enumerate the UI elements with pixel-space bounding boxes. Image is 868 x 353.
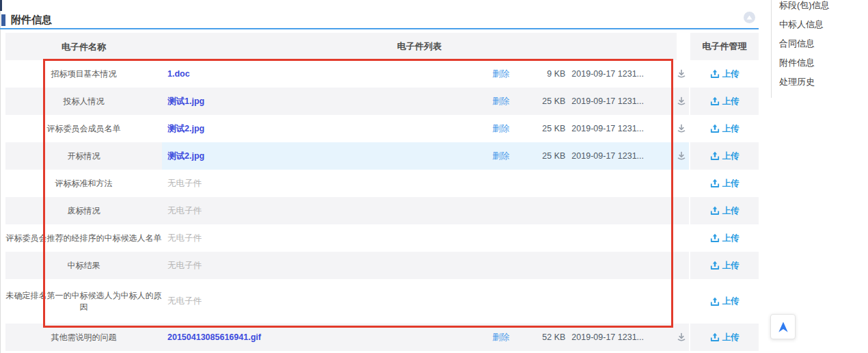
manage-cell: 上传 xyxy=(689,88,759,115)
upload-button[interactable]: 上传 xyxy=(710,123,740,135)
manage-cell: 上传 xyxy=(689,115,759,142)
page-left-border xyxy=(0,0,1,353)
upload-label: 上传 xyxy=(722,96,740,107)
no-file-text: 无电子件 xyxy=(167,178,202,189)
download-cell xyxy=(677,142,689,170)
file-size: 52 KB xyxy=(532,332,565,342)
column-header-manage: 电子件管理 xyxy=(689,33,759,60)
download-cell xyxy=(677,324,689,351)
file-link[interactable]: 1.doc xyxy=(167,69,190,79)
attachment-name: 中标结果 xyxy=(5,252,162,279)
sidebar-item-contract-info[interactable]: 合同信息 xyxy=(779,39,830,49)
sidebar-divider xyxy=(771,0,772,98)
no-file-text: 无电子件 xyxy=(167,205,202,217)
upload-label: 上传 xyxy=(722,296,740,307)
manage-cell: 上传 xyxy=(689,170,759,197)
download-button[interactable] xyxy=(677,124,686,133)
delete-link[interactable]: 删除 xyxy=(492,96,509,107)
upload-icon xyxy=(710,297,720,306)
sidebar-nav: 标段(包)信息 中标人信息 合同信息 附件信息 处理历史 xyxy=(779,1,830,96)
table-row: 评标委员会推荐的经排序的中标候选人名单 无电子件 上传 xyxy=(5,224,759,252)
sidebar-item-winner-info[interactable]: 中标人信息 xyxy=(779,20,830,29)
download-button[interactable] xyxy=(677,332,686,342)
file-list-cell: 测试1.jpg 删除 25 KB 2019-09-17 1231... xyxy=(162,88,677,115)
file-date: 2019-09-17 1231... xyxy=(571,332,644,342)
upload-icon xyxy=(710,261,720,270)
delete-link[interactable]: 删除 xyxy=(492,151,509,162)
file-size: 9 KB xyxy=(532,69,565,79)
attachment-name: 废标情况 xyxy=(5,197,162,224)
sidebar-item-attachment-info[interactable]: 附件信息 xyxy=(779,58,830,68)
collapse-button[interactable] xyxy=(744,12,755,23)
table-row: 投标人情况 测试1.jpg 删除 25 KB 2019-09-17 1231..… xyxy=(5,88,759,115)
manage-cell: 上传 xyxy=(689,142,759,170)
section-header: 附件信息 xyxy=(0,12,759,29)
file-meta: 删除 25 KB 2019-09-17 1231... xyxy=(492,96,644,107)
download-icon xyxy=(677,151,686,161)
upload-icon xyxy=(710,96,720,106)
file-link[interactable]: 测试2.jpg xyxy=(167,123,204,135)
file-link[interactable]: 测试1.jpg xyxy=(167,96,204,107)
upload-button[interactable]: 上传 xyxy=(710,233,740,244)
upload-label: 上传 xyxy=(722,123,740,135)
page: 附件信息 电子件名称 电子件列表 电子件管理 招标项目基本情况 1.doc 删除… xyxy=(0,0,868,353)
upload-button[interactable]: 上传 xyxy=(710,96,740,107)
manage-cell: 上传 xyxy=(689,197,759,224)
table-row: 评标标准和方法 无电子件 上传 xyxy=(5,170,759,197)
attachment-name: 开标情况 xyxy=(5,142,162,170)
download-cell xyxy=(677,88,689,115)
sidebar-item-history[interactable]: 处理历史 xyxy=(779,77,830,87)
delete-link[interactable]: 删除 xyxy=(492,68,509,80)
no-file-text: 无电子件 xyxy=(167,233,202,244)
upload-button[interactable]: 上传 xyxy=(710,296,740,307)
back-to-top-button[interactable] xyxy=(770,314,796,339)
delete-link[interactable]: 删除 xyxy=(492,332,509,343)
attachment-name: 投标人情况 xyxy=(5,88,162,115)
file-list-cell: 无电子件 xyxy=(162,197,677,224)
download-cell xyxy=(677,252,689,279)
chevron-up-icon xyxy=(746,15,752,20)
file-size: 25 KB xyxy=(532,96,565,106)
download-button[interactable] xyxy=(677,151,686,161)
section-divider-line xyxy=(0,28,759,29)
download-icon xyxy=(677,332,686,342)
download-button[interactable] xyxy=(677,96,686,106)
section-accent-bar xyxy=(1,14,5,26)
file-list-cell: 无电子件 xyxy=(162,170,677,197)
file-list-cell: 测试2.jpg 删除 25 KB 2019-09-17 1231... xyxy=(162,142,677,170)
file-date: 2019-09-17 1231... xyxy=(571,69,644,79)
upload-label: 上传 xyxy=(722,178,740,189)
delete-link[interactable]: 删除 xyxy=(492,123,509,135)
file-link[interactable]: 20150413085616941.gif xyxy=(167,332,261,342)
upload-button[interactable]: 上传 xyxy=(710,178,740,189)
upload-button[interactable]: 上传 xyxy=(710,205,740,217)
download-icon xyxy=(677,96,686,106)
upload-icon xyxy=(710,69,720,79)
section-title: 附件信息 xyxy=(11,14,52,27)
attachments-table: 电子件名称 电子件列表 电子件管理 招标项目基本情况 1.doc 删除 9 KB… xyxy=(5,33,759,351)
download-button[interactable] xyxy=(677,69,686,79)
file-link[interactable]: 测试2.jpg xyxy=(167,151,204,162)
upload-button[interactable]: 上传 xyxy=(710,151,740,162)
upload-icon xyxy=(710,233,720,243)
file-list-cell: 无电子件 xyxy=(162,279,677,324)
upload-button[interactable]: 上传 xyxy=(710,68,740,80)
upload-button[interactable]: 上传 xyxy=(710,260,740,272)
file-list-cell: 无电子件 xyxy=(162,252,677,279)
file-list-cell: 20150413085616941.gif 删除 52 KB 2019-09-1… xyxy=(162,324,677,351)
page-edge-mark xyxy=(0,0,2,11)
manage-cell: 上传 xyxy=(689,224,759,252)
upload-label: 上传 xyxy=(722,233,740,244)
file-date: 2019-09-17 1231... xyxy=(571,151,644,161)
column-header-name: 电子件名称 xyxy=(5,33,162,60)
arrow-up-icon xyxy=(776,320,790,334)
attachment-name: 评标标准和方法 xyxy=(5,170,162,197)
manage-cell: 上传 xyxy=(689,60,759,88)
column-header-download-spacer xyxy=(677,33,689,60)
upload-button[interactable]: 上传 xyxy=(710,332,740,343)
manage-cell: 上传 xyxy=(689,324,759,351)
sidebar-item-section-info[interactable]: 标段(包)信息 xyxy=(779,1,830,10)
table-row: 其他需说明的问题 20150413085616941.gif 删除 52 KB … xyxy=(5,324,759,351)
no-file-text: 无电子件 xyxy=(167,260,202,272)
attachment-name: 招标项目基本情况 xyxy=(5,60,162,88)
